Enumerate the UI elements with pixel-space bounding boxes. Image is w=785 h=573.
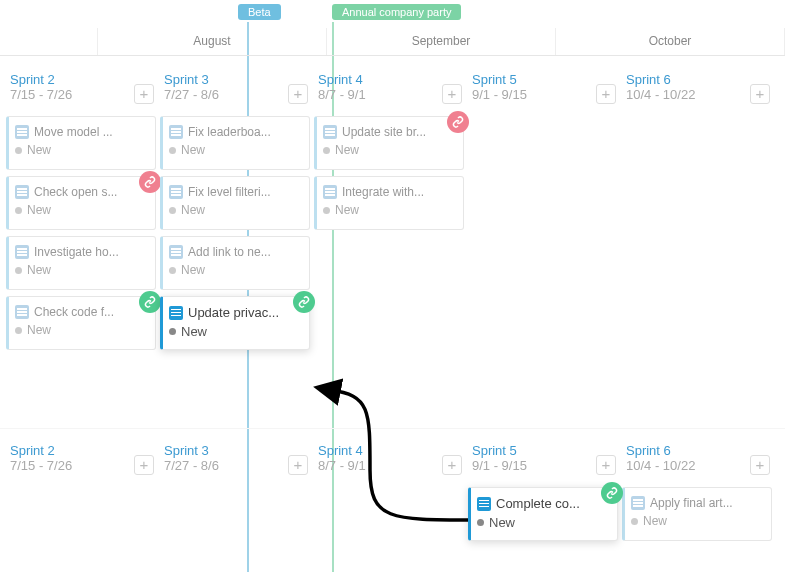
- link-icon[interactable]: [447, 111, 469, 133]
- card-investigate[interactable]: Investigate ho... New: [6, 236, 156, 290]
- sprint-name[interactable]: Sprint 2: [10, 443, 152, 458]
- month-label: September: [327, 28, 556, 55]
- sprint-date-range: 7/15 - 7/26: [10, 87, 152, 102]
- link-icon[interactable]: [601, 482, 623, 504]
- link-icon[interactable]: [139, 291, 161, 313]
- card-title: Check code f...: [34, 305, 114, 319]
- card-move-model[interactable]: Move model ... New: [6, 116, 156, 170]
- sprint-column: Sprint 6 10/4 - 10/22 + Apply final art.…: [622, 439, 772, 547]
- swimlane-1: Sprint 2 7/15 - 7/26 + Move model ... Ne…: [0, 58, 785, 356]
- card-status: New: [15, 143, 149, 157]
- card-title: Complete co...: [496, 496, 580, 511]
- sprint-name[interactable]: Sprint 6: [626, 72, 768, 87]
- pbi-icon: [15, 125, 29, 139]
- card-title: Add link to ne...: [188, 245, 271, 259]
- add-card-button[interactable]: +: [750, 84, 770, 104]
- card-status: New: [15, 203, 149, 217]
- sprint-name[interactable]: Sprint 6: [626, 443, 768, 458]
- card-title: Check open s...: [34, 185, 117, 199]
- card-status: New: [477, 515, 611, 530]
- card-fix-leaderboard[interactable]: Fix leaderboa... New: [160, 116, 310, 170]
- add-card-button[interactable]: +: [442, 455, 462, 475]
- sprint-name[interactable]: Sprint 3: [164, 443, 306, 458]
- sprint-column: Sprint 4 8/7 - 9/1 + Update site br... N…: [314, 68, 464, 356]
- pbi-icon: [169, 185, 183, 199]
- card-title: Update site br...: [342, 125, 426, 139]
- sprint-column: Sprint 5 9/1 - 9/15 +: [468, 68, 618, 356]
- sprint-column: Sprint 3 7/27 - 8/6 +: [160, 439, 310, 547]
- card-status: New: [169, 203, 303, 217]
- milestone-beta[interactable]: Beta: [238, 4, 281, 20]
- add-card-button[interactable]: +: [288, 455, 308, 475]
- card-title: Apply final art...: [650, 496, 733, 510]
- card-title: Fix leaderboa...: [188, 125, 271, 139]
- add-card-button[interactable]: +: [750, 455, 770, 475]
- add-card-button[interactable]: +: [442, 84, 462, 104]
- card-title: Investigate ho...: [34, 245, 119, 259]
- pbi-icon: [323, 185, 337, 199]
- card-update-privacy[interactable]: Update privac... New: [160, 296, 310, 350]
- sprint-column: Sprint 6 10/4 - 10/22 +: [622, 68, 772, 356]
- card-title: Update privac...: [188, 305, 279, 320]
- card-apply-final[interactable]: Apply final art... New: [622, 487, 772, 541]
- sprint-name[interactable]: Sprint 3: [164, 72, 306, 87]
- card-status: New: [323, 143, 457, 157]
- month-label: October: [556, 28, 785, 55]
- add-card-button[interactable]: +: [134, 84, 154, 104]
- card-status: New: [323, 203, 457, 217]
- sprint-column: Sprint 2 7/15 - 7/26 + Move model ... Ne…: [6, 68, 156, 356]
- sprint-name[interactable]: Sprint 5: [472, 72, 614, 87]
- sprint-date-range: 9/1 - 9/15: [472, 458, 614, 473]
- card-check-open[interactable]: Check open s... New: [6, 176, 156, 230]
- card-title: Integrate with...: [342, 185, 424, 199]
- milestone-annual-party[interactable]: Annual company party: [332, 4, 461, 20]
- sprint-date-range: 10/4 - 10/22: [626, 458, 768, 473]
- pbi-icon: [169, 245, 183, 259]
- sprint-name[interactable]: Sprint 4: [318, 72, 460, 87]
- sprint-name[interactable]: Sprint 2: [10, 72, 152, 87]
- pbi-icon: [15, 305, 29, 319]
- add-card-button[interactable]: +: [596, 84, 616, 104]
- add-card-button[interactable]: +: [134, 455, 154, 475]
- card-fix-level[interactable]: Fix level filteri... New: [160, 176, 310, 230]
- card-check-code[interactable]: Check code f... New: [6, 296, 156, 350]
- sprint-name[interactable]: Sprint 5: [472, 443, 614, 458]
- pbi-icon: [631, 496, 645, 510]
- card-status: New: [169, 143, 303, 157]
- sprint-date-range: 10/4 - 10/22: [626, 87, 768, 102]
- card-title: Fix level filteri...: [188, 185, 271, 199]
- pbi-icon: [15, 245, 29, 259]
- card-status: New: [15, 323, 149, 337]
- sprint-date-range: 9/1 - 9/15: [472, 87, 614, 102]
- pbi-icon: [169, 306, 183, 320]
- card-status: New: [631, 514, 765, 528]
- add-card-button[interactable]: +: [288, 84, 308, 104]
- pbi-icon: [477, 497, 491, 511]
- link-icon[interactable]: [139, 171, 161, 193]
- card-integrate[interactable]: Integrate with... New: [314, 176, 464, 230]
- card-complete[interactable]: Complete co... New: [468, 487, 618, 541]
- sprint-date-range: 8/7 - 9/1: [318, 458, 460, 473]
- add-card-button[interactable]: +: [596, 455, 616, 475]
- card-add-link[interactable]: Add link to ne... New: [160, 236, 310, 290]
- link-icon[interactable]: [293, 291, 315, 313]
- card-status: New: [169, 263, 303, 277]
- pbi-icon: [15, 185, 29, 199]
- pbi-icon: [323, 125, 337, 139]
- card-update-site[interactable]: Update site br... New: [314, 116, 464, 170]
- swimlane-2: Sprint 2 7/15 - 7/26 + Sprint 3 7/27 - 8…: [0, 428, 785, 547]
- sprint-column: Sprint 4 8/7 - 9/1 +: [314, 439, 464, 547]
- sprint-column: Sprint 3 7/27 - 8/6 + Fix leaderboa... N…: [160, 68, 310, 356]
- sprint-name[interactable]: Sprint 4: [318, 443, 460, 458]
- sprint-date-range: 8/7 - 9/1: [318, 87, 460, 102]
- card-status: New: [15, 263, 149, 277]
- sprint-column: Sprint 5 9/1 - 9/15 + Complete co... New: [468, 439, 618, 547]
- month-header-row: August September October: [0, 28, 785, 56]
- sprint-date-range: 7/27 - 8/6: [164, 458, 306, 473]
- pbi-icon: [169, 125, 183, 139]
- sprint-date-range: 7/15 - 7/26: [10, 458, 152, 473]
- sprint-date-range: 7/27 - 8/6: [164, 87, 306, 102]
- card-title: Move model ...: [34, 125, 113, 139]
- sprint-column: Sprint 2 7/15 - 7/26 +: [6, 439, 156, 547]
- month-label: August: [98, 28, 327, 55]
